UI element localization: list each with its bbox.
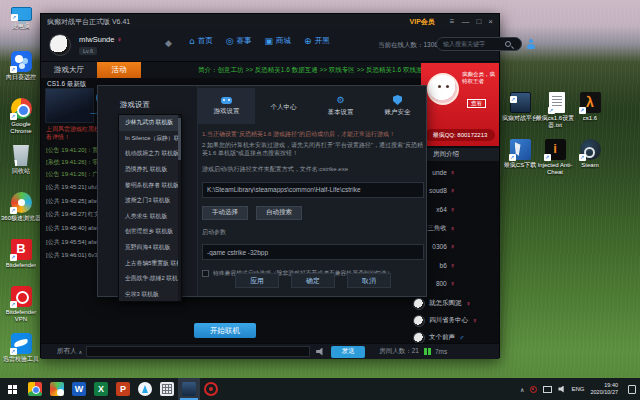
- diamond-icon[interactable]: ◆: [165, 38, 172, 48]
- search-box[interactable]: [436, 37, 522, 51]
- gender-icon: ♀: [472, 317, 477, 324]
- gender-icon: ♀: [450, 243, 455, 250]
- display-icon[interactable]: [543, 386, 552, 393]
- cancel-button[interactable]: 取消: [347, 273, 391, 288]
- dropdown-item[interactable]: 人类求生 联机版: [119, 209, 181, 225]
- taskbar-app[interactable]: [46, 378, 68, 400]
- dropdown-item[interactable]: 全面战争:战锤2 联机: [119, 271, 181, 287]
- search-icon[interactable]: [505, 41, 511, 47]
- promo-banner[interactable]: 疯癫会员，疯特权王者 查看 最疯QQ: 800172213: [421, 63, 499, 146]
- desktop-icon[interactable]: 360极速浏览器: [0, 190, 42, 237]
- desktop-icon-label: cs1.6: [583, 115, 597, 122]
- horn-icon[interactable]: [316, 348, 325, 356]
- chevron-up-icon[interactable]: ∧: [79, 349, 83, 355]
- bitdefender-icon: B: [11, 239, 32, 260]
- taskbar-app[interactable]: [24, 378, 46, 400]
- thunder-icon: [11, 333, 32, 354]
- dropdown-item[interactable]: 恐惧挣扎 联机版: [119, 162, 181, 178]
- desktop-icon[interactable]: Steam: [569, 137, 611, 184]
- gear-icon: ⚙: [336, 96, 344, 105]
- dialog-tab[interactable]: 游戏设置: [198, 88, 255, 124]
- desktop-icon[interactable]: 此电脑: [0, 2, 42, 49]
- dropdown-item[interactable]: 少林九武功 联机版: [119, 115, 181, 131]
- promo-view-link[interactable]: 查看: [467, 99, 486, 108]
- dialog-tab[interactable]: 个人中心: [255, 88, 312, 124]
- taskbar-app[interactable]: [156, 378, 178, 400]
- minimize-icon[interactable]: —: [461, 14, 469, 29]
- taskbar-app[interactable]: [134, 378, 156, 400]
- menu-icon[interactable]: ≡: [450, 14, 455, 29]
- send-button[interactable]: 发送: [331, 346, 365, 358]
- taskbar-app[interactable]: X: [90, 378, 112, 400]
- app-window: 疯癫对战平台正式版 V6.41 VIP会员 ≡ — □ × mIwSunde ♀…: [40, 13, 500, 358]
- user-avatar[interactable]: [49, 34, 71, 56]
- manual-select-button[interactable]: 手动选择: [202, 206, 248, 220]
- auto-search-button[interactable]: 自动搜索: [256, 206, 302, 220]
- sunflower-icon: [11, 51, 32, 72]
- dropdown-item[interactable]: In Silence（寂静）联机: [119, 131, 181, 147]
- desktop-icon[interactable]: B Bitdefender: [0, 237, 42, 284]
- maximize-icon[interactable]: □: [476, 14, 481, 29]
- dropdown-item[interactable]: 尘埃3 联机版: [119, 287, 181, 303]
- ok-button[interactable]: 确定: [291, 273, 335, 288]
- close-icon[interactable]: ×: [488, 14, 493, 29]
- desktop-icon-label: Google Chrome: [1, 121, 41, 135]
- chat-message-input[interactable]: [86, 346, 310, 357]
- profile-icon[interactable]: [526, 39, 536, 49]
- member-row[interactable]: 就怎乐陶泥 ♀: [413, 297, 477, 310]
- launch-params-input[interactable]: [202, 244, 424, 260]
- notification-icon[interactable]: [628, 385, 636, 394]
- desktop-icon[interactable]: 向日葵远控: [0, 49, 42, 96]
- nav-item[interactable]: ⊕ 开黑: [304, 36, 330, 46]
- sidebar-item-game-settings[interactable]: 游戏设置: [120, 100, 197, 110]
- taskbar-app[interactable]: [178, 378, 200, 400]
- recording-icon[interactable]: [530, 386, 537, 393]
- powerpoint-icon: P: [116, 382, 130, 396]
- dropdown-item[interactable]: 荒野四海4 联机版: [119, 240, 181, 256]
- search-input[interactable]: [437, 41, 505, 47]
- dropdown-item[interactable]: 黎明杀机存者 联机版: [119, 177, 181, 193]
- system-tray: ∧ ENG 19:40 2020/10/27: [520, 382, 640, 396]
- dropdown-item[interactable]: 上古卷轴5重置版 联机: [119, 255, 181, 271]
- desktop-icon[interactable]: λ cs1.6: [569, 90, 611, 137]
- team-icon: ⊕: [304, 36, 312, 46]
- clock[interactable]: 19:40 2020/10/27: [590, 382, 618, 396]
- taskbar-app[interactable]: [200, 378, 222, 400]
- dropdown-item[interactable]: 创世理想乡 联机版: [119, 224, 181, 240]
- dialog-tab[interactable]: ⚙ 基本设置: [312, 88, 369, 124]
- game-path-input[interactable]: [202, 182, 424, 198]
- vip-badge[interactable]: VIP会员: [410, 17, 435, 27]
- desktop-icon[interactable]: Google Chrome: [0, 96, 42, 143]
- nav-item[interactable]: ◎ 赛事: [226, 36, 252, 46]
- titlebar[interactable]: 疯癫对战平台正式版 V6.41 VIP会员 ≡ — □ ×: [41, 14, 499, 29]
- chat-target-select[interactable]: 所有人: [57, 347, 77, 356]
- start-multiplayer-button[interactable]: 开始联机: [194, 323, 256, 338]
- apply-button[interactable]: 应用: [235, 273, 279, 288]
- steam-icon: [580, 139, 601, 160]
- nav-item[interactable]: ⌂ 首页: [189, 36, 213, 46]
- desktop-icon[interactable]: 回收站: [0, 143, 42, 190]
- tab-lobby[interactable]: 游戏大厅: [41, 62, 97, 78]
- taskbar-app[interactable]: W: [68, 378, 90, 400]
- volume-icon[interactable]: [558, 386, 565, 393]
- game-thumbnail[interactable]: [45, 88, 94, 123]
- desktop-icon[interactable]: Bitdefender VPN: [0, 284, 42, 331]
- dropdown-item[interactable]: 波斯之门3 联机版: [119, 193, 181, 209]
- dropdown-item[interactable]: 机动战姬之力 联机版: [119, 146, 181, 162]
- desktop-icon[interactable]: 迅雷校验工具: [0, 331, 42, 378]
- nav-item[interactable]: ▣ 商城: [265, 36, 292, 46]
- language-indicator[interactable]: ENG: [571, 386, 584, 392]
- start-button[interactable]: [0, 378, 24, 400]
- dropdown-scrollbar[interactable]: [178, 115, 181, 301]
- instruction-2: 2.如果您的计算机未安装过游戏，请先关闭再打开“平台设置路径”，通过搜索“反恐精…: [202, 141, 424, 157]
- vpn-icon: [11, 286, 32, 307]
- chat-bar: 所有人 ∧ 发送 房间人数：21 7ms: [41, 343, 499, 359]
- room-count: 房间人数：21: [379, 347, 419, 356]
- desktop-icon-label: 此电脑: [12, 23, 30, 30]
- dialog-tab[interactable]: 账户安全: [369, 88, 426, 124]
- taskbar-app[interactable]: P: [112, 378, 134, 400]
- tab-activity[interactable]: 活动: [97, 62, 141, 78]
- desktop-right-icons: 疯癫对战平台 最疯cs1.6设置器.txt λ cs1.6 最疯CS下载 i I…: [499, 90, 603, 184]
- member-row[interactable]: 四川省务中心 ♀: [413, 314, 477, 327]
- tray-expand-icon[interactable]: ∧: [520, 386, 524, 393]
